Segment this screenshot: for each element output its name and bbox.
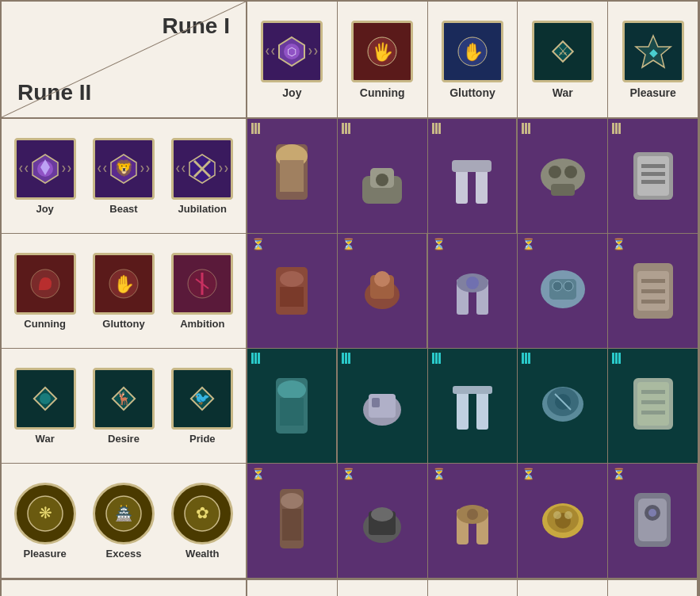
svg-point-44 [280, 271, 304, 287]
bottom-label-head: Head [518, 579, 608, 596]
svg-text:🏯: 🏯 [115, 505, 133, 522]
gear-cell-pleasure-cunning: ⏳ [338, 464, 428, 579]
rune-pride-label: Pride [189, 433, 216, 445]
rune-jubilation: Jubilation [171, 138, 233, 215]
svg-point-29 [549, 166, 561, 178]
gear-cell-cunning-gluttony: ⏳ [428, 234, 518, 349]
bottom-label-class: Class Item [247, 579, 338, 596]
wealth-icon: ✿ [171, 483, 233, 544]
col-gluttony-label: Gluttony [449, 86, 495, 99]
bottom-label-arms: Arms [338, 579, 428, 596]
rune-cunning-label: Cunning [24, 318, 66, 330]
war-rune-icon: ⚔ [532, 21, 594, 82]
col-header-gluttony: ✋ Gluttony [428, 2, 518, 119]
col-joy-label: Joy [282, 86, 301, 99]
row-header-1: Joy 🦁 Beast [2, 119, 247, 234]
war-icon [14, 368, 76, 430]
col-war-label: War [553, 86, 573, 99]
rune-wealth-label: Wealth [186, 548, 219, 560]
svg-point-110 [648, 509, 656, 517]
svg-rect-34 [641, 164, 665, 168]
main-container: Rune I Rune II ⬡ Joy 🖐 Cunning [0, 0, 700, 596]
gear-cell-war-pleasure [608, 349, 698, 464]
rune-excess-label: Excess [106, 548, 142, 560]
gear-cell-cunning-cunning: ⏳ [338, 234, 428, 349]
svg-text:🐦: 🐦 [194, 391, 210, 406]
rune-war: War [14, 368, 76, 445]
rune-ambition-label: Ambition [180, 318, 224, 330]
col-header-cunning: 🖐 Cunning [338, 2, 428, 119]
svg-rect-35 [641, 172, 665, 176]
svg-rect-83 [641, 390, 665, 394]
svg-rect-45 [280, 287, 304, 307]
rune-i-label: Rune I [162, 13, 230, 39]
svg-text:❋: ❋ [38, 504, 52, 522]
svg-point-105 [553, 511, 561, 519]
svg-rect-70 [280, 398, 304, 426]
hourglass-icon: ⏳ [612, 468, 625, 480]
svg-rect-21 [280, 160, 304, 192]
svg-text:◆: ◆ [648, 46, 657, 59]
rune-desire-label: Desire [108, 433, 140, 445]
svg-point-101 [467, 509, 478, 520]
desire-icon: 🦌 [93, 368, 155, 430]
svg-point-69 [277, 380, 306, 399]
marker [522, 123, 530, 134]
gear-cell-cunning-joy: ⏳ [247, 234, 338, 349]
gear-cell-war-war [518, 349, 608, 464]
pride-icon: 🐦 [171, 368, 233, 430]
excess-icon: 🏯 [93, 483, 155, 544]
svg-point-97 [371, 507, 393, 522]
hourglass-icon: ⏳ [251, 468, 265, 480]
svg-rect-74 [457, 390, 469, 430]
rune-grid: Rune I Rune II ⬡ Joy 🖐 Cunning [2, 2, 698, 596]
svg-point-30 [564, 166, 577, 178]
svg-text:🦁: 🦁 [113, 159, 133, 178]
hourglass-icon: ⏳ [251, 238, 265, 250]
svg-rect-59 [641, 279, 665, 283]
svg-rect-61 [641, 300, 665, 304]
gear-cell-war-joy [247, 349, 338, 464]
hourglass-icon: ⏳ [522, 468, 535, 480]
gluttony-rune-icon: ✋ [442, 21, 503, 82]
svg-point-56 [564, 281, 573, 291]
svg-text:🖐: 🖐 [372, 41, 394, 63]
gear-cell-war-gluttony [428, 349, 518, 464]
jubilation-icon [171, 138, 233, 200]
hourglass-icon: ⏳ [432, 468, 446, 480]
rune-pleasure-label: Pleasure [24, 548, 67, 560]
gear-cell-war-cunning [338, 349, 428, 464]
marker [432, 353, 441, 364]
rune-pride: 🐦 Pride [171, 368, 233, 445]
svg-text:✿: ✿ [196, 504, 209, 522]
col-header-war: ⚔ War [518, 2, 608, 119]
marker [612, 353, 621, 364]
joy-icon [14, 138, 76, 200]
svg-text:✋: ✋ [113, 273, 135, 295]
gear-cell-joy-pleasure [608, 119, 698, 234]
row-header-4: ❋ Pleasure 🏯 Excess ✿ [2, 464, 247, 579]
col-header-pleasure: ◆ Pleasure [608, 2, 698, 119]
hourglass-icon: ⏳ [432, 238, 446, 250]
gear-cell-joy-war [518, 119, 608, 234]
svg-rect-85 [641, 411, 665, 415]
rune-gluttony-label: Gluttony [102, 318, 144, 330]
svg-rect-75 [476, 390, 488, 430]
svg-rect-73 [372, 398, 380, 407]
svg-rect-25 [456, 168, 468, 204]
corner-header: Rune I Rune II [2, 2, 247, 119]
rune-pleasure: ❋ Pleasure [14, 483, 76, 560]
marker [251, 353, 260, 364]
svg-point-24 [376, 174, 388, 186]
svg-rect-84 [641, 400, 665, 404]
col-pleasure-label: Pleasure [629, 86, 675, 99]
cunning-rune-icon: 🖐 [351, 21, 413, 82]
rune-joy-label: Joy [36, 203, 53, 215]
svg-point-93 [281, 493, 303, 509]
hourglass-icon: ⏳ [522, 238, 535, 250]
cunning-icon [14, 253, 76, 315]
marker [432, 123, 441, 134]
beast-icon: 🦁 [93, 138, 155, 200]
marker [251, 123, 260, 134]
rune-desire: 🦌 Desire [93, 368, 155, 445]
